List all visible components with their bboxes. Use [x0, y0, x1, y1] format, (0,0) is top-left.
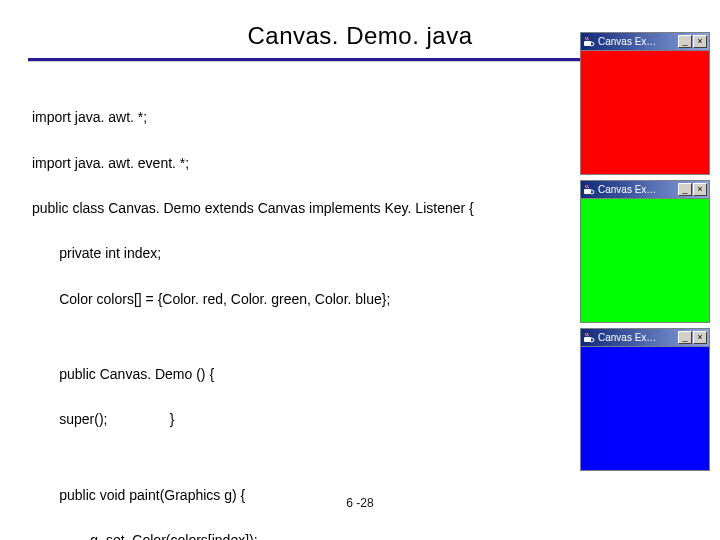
canvas-client-area[interactable]: [580, 198, 710, 323]
code-line: public class Canvas. Demo extends Canvas…: [32, 201, 562, 216]
slide: Canvas. Demo. java import java. awt. *; …: [0, 0, 720, 540]
code-line: super(); }: [32, 412, 562, 427]
minimize-button[interactable]: _: [678, 35, 692, 48]
canvas-client-area[interactable]: [580, 50, 710, 175]
close-button[interactable]: ×: [693, 183, 707, 196]
canvas-client-area[interactable]: [580, 346, 710, 471]
java-cup-icon: [583, 184, 595, 196]
minimize-button[interactable]: _: [678, 331, 692, 344]
code-line: private int index;: [32, 246, 562, 261]
canvas-window-blue: Canvas Ex… _ ×: [580, 328, 710, 471]
code-line: public Canvas. Demo () {: [32, 367, 562, 382]
page-number: 6 -28: [0, 496, 720, 510]
canvas-window-red: Canvas Ex… _ ×: [580, 32, 710, 175]
minimize-button[interactable]: _: [678, 183, 692, 196]
code-block: import java. awt. *; import java. awt. e…: [32, 80, 562, 540]
window-buttons: _ ×: [678, 183, 707, 196]
java-cup-icon: [583, 36, 595, 48]
code-line: import java. awt. event. *;: [32, 156, 562, 171]
window-buttons: _ ×: [678, 331, 707, 344]
window-title: Canvas Ex…: [598, 184, 678, 195]
window-title: Canvas Ex…: [598, 36, 678, 47]
svg-rect-2: [584, 337, 591, 342]
window-title: Canvas Ex…: [598, 332, 678, 343]
window-titlebar[interactable]: Canvas Ex… _ ×: [580, 32, 710, 50]
window-buttons: _ ×: [678, 35, 707, 48]
svg-rect-1: [584, 189, 591, 194]
code-line: Color colors[] = {Color. red, Color. gre…: [32, 292, 562, 307]
window-titlebar[interactable]: Canvas Ex… _ ×: [580, 328, 710, 346]
code-line: import java. awt. *;: [32, 110, 562, 125]
window-titlebar[interactable]: Canvas Ex… _ ×: [580, 180, 710, 198]
code-line: g. set. Color(colors[index]);: [32, 533, 562, 540]
canvas-window-green: Canvas Ex… _ ×: [580, 180, 710, 323]
java-cup-icon: [583, 332, 595, 344]
close-button[interactable]: ×: [693, 331, 707, 344]
close-button[interactable]: ×: [693, 35, 707, 48]
svg-rect-0: [584, 41, 591, 46]
